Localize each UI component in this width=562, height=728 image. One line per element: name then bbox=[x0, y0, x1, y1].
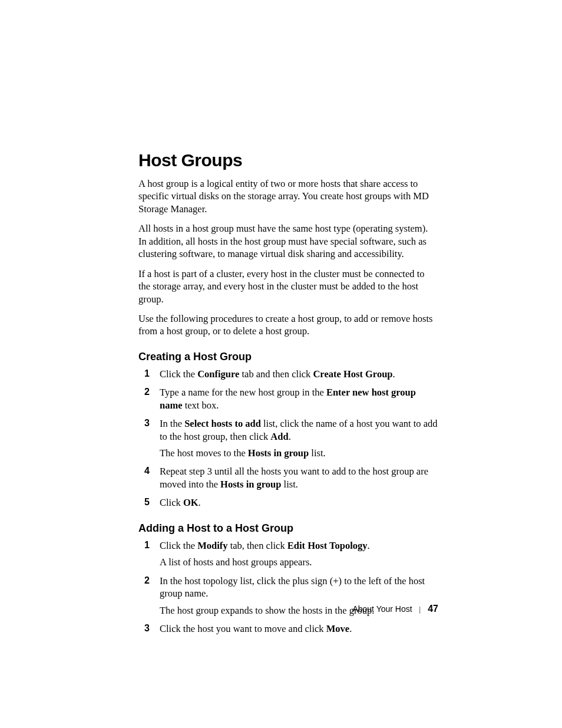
step-4: Repeat step 3 until all the hosts you wa… bbox=[138, 465, 438, 490]
step-2: Type a name for the new host group in th… bbox=[138, 386, 438, 411]
heading-host-groups: Host Groups bbox=[138, 150, 438, 170]
intro-para-4: Use the following procedures to create a… bbox=[138, 312, 438, 338]
text: Type a name for the new host group in th… bbox=[160, 387, 326, 398]
text: . bbox=[349, 623, 352, 634]
bold-ok: OK bbox=[183, 497, 199, 508]
bold-select-hosts: Select hosts to add bbox=[184, 418, 261, 429]
text: . bbox=[367, 540, 369, 551]
step-3: Click the host you want to move and clic… bbox=[138, 622, 438, 635]
text: In the bbox=[160, 418, 184, 429]
text: . bbox=[393, 368, 395, 380]
page: Host Groups A host group is a logical en… bbox=[0, 0, 562, 728]
bold-hosts-in-group: Hosts in group bbox=[248, 447, 309, 459]
footer-separator: | bbox=[419, 605, 421, 614]
bold-create-host-group: Create Host Group bbox=[313, 368, 392, 380]
intro-para-1: A host group is a logical entity of two … bbox=[138, 177, 438, 215]
text: Click the bbox=[160, 540, 197, 551]
bold-move: Move bbox=[326, 623, 349, 634]
bold-modify: Modify bbox=[197, 540, 227, 551]
text: Click the host you want to move and clic… bbox=[160, 623, 326, 634]
text: list. bbox=[281, 479, 297, 490]
text: . bbox=[289, 431, 291, 442]
text: Click the bbox=[160, 368, 197, 380]
text: tab and then click bbox=[239, 368, 313, 380]
text: tab, then click bbox=[228, 540, 287, 551]
footer-section: About Your Host bbox=[352, 604, 412, 614]
page-footer: About Your Host|47 bbox=[352, 604, 438, 614]
step-5: Click OK. bbox=[138, 496, 438, 509]
text: text box. bbox=[183, 400, 219, 411]
footer-page-number: 47 bbox=[428, 604, 438, 614]
intro-para-2: All hosts in a host group must have the … bbox=[138, 222, 438, 260]
text: The host moves to the bbox=[160, 447, 248, 459]
step-1: Click the Modify tab, then click Edit Ho… bbox=[138, 539, 438, 569]
subhead-adding: Adding a Host to a Host Group bbox=[138, 522, 438, 535]
steps-creating: Click the Configure tab and then click C… bbox=[138, 368, 438, 509]
text: . bbox=[199, 497, 201, 508]
text: list. bbox=[309, 447, 325, 459]
intro-para-3: If a host is part of a cluster, every ho… bbox=[138, 268, 438, 305]
step-3-note: The host moves to the Hosts in group lis… bbox=[160, 447, 438, 459]
step-3: In the Select hosts to add list, click t… bbox=[138, 417, 438, 459]
bold-edit-topology: Edit Host Topology bbox=[287, 540, 368, 551]
subhead-creating: Creating a Host Group bbox=[138, 351, 438, 363]
text: Click bbox=[160, 497, 183, 508]
step-1: Click the Configure tab and then click C… bbox=[138, 368, 438, 380]
steps-adding: Click the Modify tab, then click Edit Ho… bbox=[138, 539, 438, 635]
text: In the host topology list, click the plu… bbox=[160, 575, 425, 599]
step-1-note: A list of hosts and host groups appears. bbox=[160, 556, 438, 568]
bold-hosts-in-group: Hosts in group bbox=[220, 479, 281, 490]
bold-configure: Configure bbox=[197, 368, 239, 380]
bold-add: Add bbox=[270, 431, 288, 442]
